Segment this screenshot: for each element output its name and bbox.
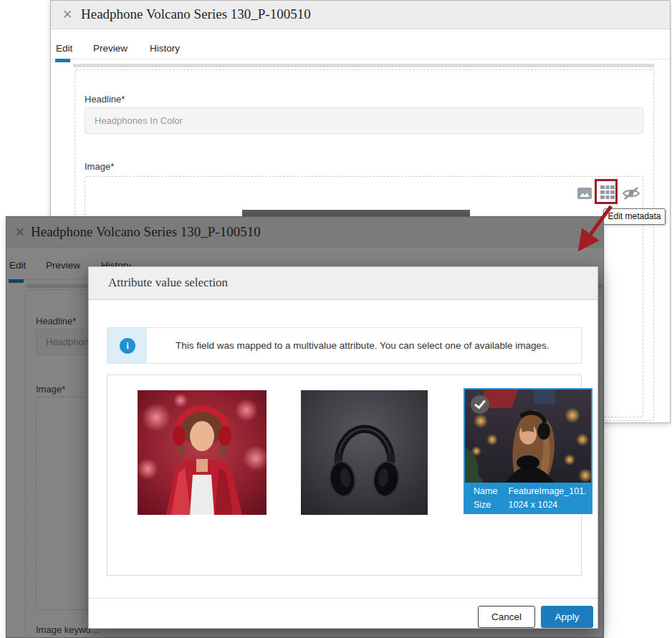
dialog-title: Attribute value selection [108, 276, 228, 290]
annotation-arrow [566, 199, 623, 259]
image-option-black-headphones[interactable] [301, 390, 428, 515]
tab-history[interactable]: History [150, 43, 180, 54]
info-message: This field was mapped to a multivalue at… [176, 340, 549, 351]
close-icon[interactable]: ✕ [62, 9, 72, 21]
headline-input[interactable] [85, 107, 643, 134]
meta-size-label: Size [474, 500, 506, 510]
image-option-red-headphones[interactable] [138, 390, 267, 515]
image-options-panel: Name FeatureImage_101... Size 1024 x 102… [107, 374, 582, 576]
dialog-header: Attribute value selection [89, 267, 597, 300]
tab-preview[interactable]: Preview [93, 43, 128, 54]
tab-edit[interactable]: Edit [56, 43, 72, 54]
active-tab-indicator [55, 59, 70, 62]
eye-off-icon[interactable] [622, 185, 640, 202]
content-top-edge [73, 64, 654, 67]
selected-image-metadata: Name FeatureImage_101... Size 1024 x 102… [465, 483, 591, 513]
dialog-footer-divider [89, 598, 597, 599]
selected-check-icon [471, 395, 489, 414]
meta-name-label: Name [474, 486, 506, 496]
tab-divider [51, 59, 670, 59]
info-banner: i This field was mapped to a multivalue … [107, 327, 582, 364]
image-option-night-portrait[interactable]: Name FeatureImage_101... Size 1024 x 102… [464, 388, 592, 514]
cancel-button[interactable]: Cancel [478, 606, 535, 628]
meta-size-value: 1024 x 1024 [508, 500, 557, 510]
apply-button[interactable]: Apply [541, 606, 593, 628]
attribute-value-selection-dialog: Attribute value selection i This field w… [88, 266, 598, 629]
info-icon-cell: i [107, 328, 147, 363]
info-icon: i [120, 338, 135, 354]
screen: ✕ Headphone Volcano Series 130_P-100510 … [0, 0, 672, 638]
window-title: Headphone Volcano Series 130_P-100510 [81, 6, 311, 22]
background-titlebar: ✕ Headphone Volcano Series 130_P-100510 [51, 1, 670, 29]
image-label: Image* [85, 161, 114, 172]
headline-label: Headline* [85, 94, 125, 105]
meta-name-value: FeatureImage_101... [508, 486, 587, 496]
